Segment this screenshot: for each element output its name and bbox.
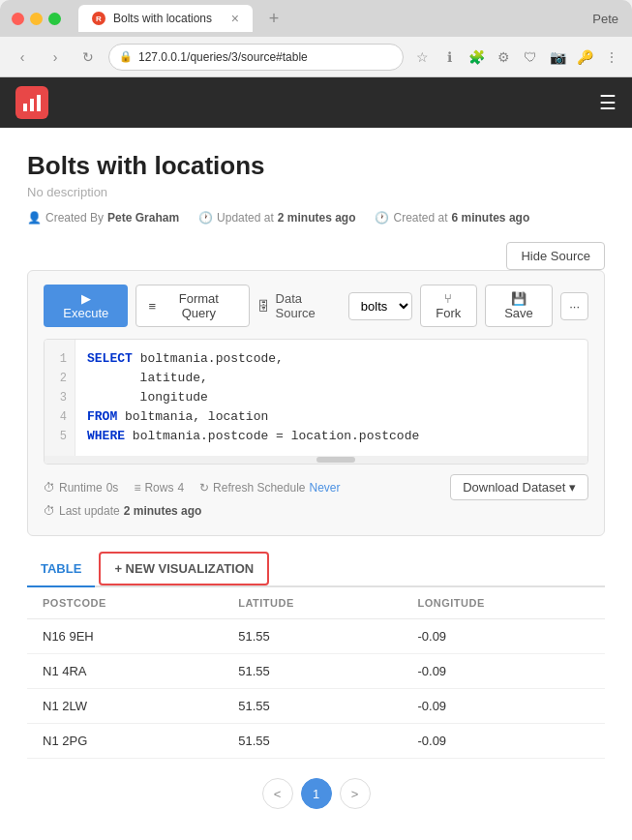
minimize-window-button[interactable] bbox=[30, 13, 43, 25]
execute-button[interactable]: ▶ Execute bbox=[44, 285, 128, 327]
col-postcode: POSTCODE bbox=[27, 587, 223, 619]
cell-row3-col0: N1 2PG bbox=[27, 724, 223, 759]
tab-close-button[interactable]: × bbox=[231, 11, 239, 26]
datasource-label-text: Data Source bbox=[276, 291, 343, 320]
tab-table[interactable]: TABLE bbox=[27, 552, 95, 587]
refresh-button[interactable]: ↻ bbox=[75, 45, 101, 70]
rows-value: 4 bbox=[177, 481, 184, 495]
hide-source-button[interactable]: Hide Source bbox=[506, 242, 605, 270]
cell-row3-col2: -0.09 bbox=[402, 724, 605, 759]
query-toolbar: ▶ Execute ≡ Format Query 🗄 Data Source b… bbox=[44, 285, 588, 327]
download-dataset-button[interactable]: Download Dataset ▾ bbox=[450, 474, 588, 500]
format-query-button[interactable]: ≡ Format Query bbox=[135, 285, 249, 327]
rows-stat: ≡ Rows 4 bbox=[134, 481, 184, 495]
address-text: 127.0.0.1/queries/3/source#table bbox=[138, 50, 308, 64]
prev-page-button[interactable]: < bbox=[262, 778, 293, 809]
extensions-icon[interactable]: 🧩 bbox=[466, 46, 487, 68]
table-header: POSTCODE LATITUDE LONGITUDE bbox=[27, 587, 605, 619]
svg-rect-2 bbox=[37, 95, 41, 111]
shield-icon[interactable]: 🛡 bbox=[520, 46, 541, 68]
table-body: N16 9EH51.55-0.09N1 4RA51.55-0.09N1 2LW5… bbox=[27, 619, 605, 759]
hamburger-button[interactable]: ☰ bbox=[599, 91, 617, 114]
code-content: SELECT boltmania.postcode, latitude, lon… bbox=[75, 340, 587, 456]
close-window-button[interactable] bbox=[12, 13, 24, 25]
table-row: N1 2PG51.55-0.09 bbox=[27, 724, 605, 759]
cell-row1-col2: -0.09 bbox=[402, 654, 605, 689]
tab-title: Bolts with locations bbox=[113, 12, 212, 25]
line-numbers: 1 2 3 4 5 bbox=[45, 340, 75, 456]
rows-label: Rows bbox=[144, 481, 173, 495]
data-table: POSTCODE LATITUDE LONGITUDE N16 9EH51.55… bbox=[27, 587, 605, 759]
updated-meta: 🕐 Updated at 2 minutes ago bbox=[198, 211, 355, 225]
updated-time: 2 minutes ago bbox=[278, 211, 356, 225]
back-button[interactable]: ‹ bbox=[10, 45, 35, 70]
star-icon[interactable]: ☆ bbox=[411, 46, 433, 68]
datasource-label-group: 🗄 Data Source bolts bbox=[257, 291, 412, 320]
fork-button[interactable]: ⑂ Fork bbox=[420, 285, 477, 327]
camera-icon[interactable]: 📷 bbox=[547, 46, 568, 68]
clock-icon: 🕐 bbox=[198, 211, 213, 225]
table-row: N1 2LW51.55-0.09 bbox=[27, 689, 605, 724]
current-page-button[interactable]: 1 bbox=[301, 778, 332, 809]
refresh-icon: ↻ bbox=[199, 481, 209, 495]
editor-scrollbar[interactable] bbox=[45, 456, 587, 464]
more-options-button[interactable]: ··· bbox=[560, 292, 588, 320]
cell-row2-col0: N1 2LW bbox=[27, 689, 223, 724]
page-title: Bolts with locations bbox=[27, 151, 605, 181]
key-icon[interactable]: 🔑 bbox=[574, 46, 595, 68]
line-num-4: 4 bbox=[52, 407, 67, 427]
cell-row2-col1: 51.55 bbox=[223, 689, 402, 724]
rows-icon: ≡ bbox=[134, 481, 140, 495]
created-meta: 🕐 Created at 6 minutes ago bbox=[375, 211, 529, 225]
browser-user-label: Pete bbox=[592, 12, 618, 26]
created-time: 6 minutes ago bbox=[452, 211, 530, 225]
code-line-5: WHERE boltmania.postcode = location.post… bbox=[87, 427, 576, 446]
lock-icon: 🔒 bbox=[119, 50, 133, 63]
format-icon: ≡ bbox=[148, 299, 156, 314]
app-logo-icon bbox=[21, 92, 43, 113]
last-update-label: Last update bbox=[59, 504, 120, 518]
query-section: ▶ Execute ≡ Format Query 🗄 Data Source b… bbox=[27, 270, 605, 536]
save-button[interactable]: 💾 Save bbox=[485, 285, 553, 327]
cell-row2-col2: -0.09 bbox=[402, 689, 605, 724]
refresh-label: Refresh Schedule bbox=[213, 481, 305, 495]
more-options-icon[interactable]: ⋮ bbox=[601, 46, 622, 68]
clock-stat-icon: ⏱ bbox=[44, 481, 55, 495]
cell-row0-col2: -0.09 bbox=[402, 619, 605, 654]
last-update-value: 2 minutes ago bbox=[124, 504, 202, 518]
forward-button[interactable]: › bbox=[43, 45, 68, 70]
datasource-select[interactable]: bolts bbox=[348, 292, 412, 320]
favicon-icon: R bbox=[92, 12, 105, 25]
code-lines: 1 2 3 4 5 SELECT boltmania.postcode, lat… bbox=[45, 340, 587, 456]
pagination: < 1 > bbox=[27, 759, 605, 828]
clock2-icon: 🕐 bbox=[375, 211, 389, 225]
page-description: No description bbox=[27, 185, 605, 199]
new-visualization-button[interactable]: + NEW VISUALIZATION bbox=[99, 552, 269, 585]
settings-icon[interactable]: ⚙ bbox=[493, 46, 514, 68]
next-page-button[interactable]: > bbox=[340, 778, 371, 809]
last-update-stat: ⏱ Last update 2 minutes ago bbox=[44, 504, 201, 518]
info-icon[interactable]: ℹ bbox=[438, 46, 460, 68]
code-line-3: longitude bbox=[87, 388, 576, 407]
refresh-value[interactable]: Never bbox=[309, 481, 340, 495]
created-label: Created at bbox=[393, 211, 447, 225]
maximize-window-button[interactable] bbox=[48, 13, 61, 25]
last-update-row: ⏱ Last update 2 minutes ago bbox=[44, 504, 588, 522]
new-tab-button[interactable]: + bbox=[260, 5, 287, 32]
page-meta: 👤 Created By Pete Graham 🕐 Updated at 2 … bbox=[27, 211, 605, 225]
code-editor[interactable]: 1 2 3 4 5 SELECT boltmania.postcode, lat… bbox=[44, 339, 588, 465]
update-clock-icon: ⏱ bbox=[44, 504, 55, 518]
browser-tab[interactable]: R Bolts with locations × bbox=[78, 5, 253, 32]
cell-row0-col0: N16 9EH bbox=[27, 619, 223, 654]
svg-rect-0 bbox=[23, 104, 27, 111]
table-row: N16 9EH51.55-0.09 bbox=[27, 619, 605, 654]
col-longitude: LONGITUDE bbox=[402, 587, 605, 619]
app-logo[interactable] bbox=[15, 86, 48, 119]
line-num-3: 3 bbox=[52, 388, 67, 407]
code-line-1: SELECT boltmania.postcode, bbox=[87, 349, 576, 369]
browser-titlebar: R Bolts with locations × + Pete bbox=[0, 0, 632, 37]
created-by-label: Created By bbox=[45, 211, 104, 225]
address-bar[interactable]: 🔒 127.0.0.1/queries/3/source#table bbox=[108, 44, 404, 71]
browser-toolbar: ‹ › ↻ 🔒 127.0.0.1/queries/3/source#table… bbox=[0, 37, 632, 77]
col-latitude: LATITUDE bbox=[223, 587, 402, 619]
